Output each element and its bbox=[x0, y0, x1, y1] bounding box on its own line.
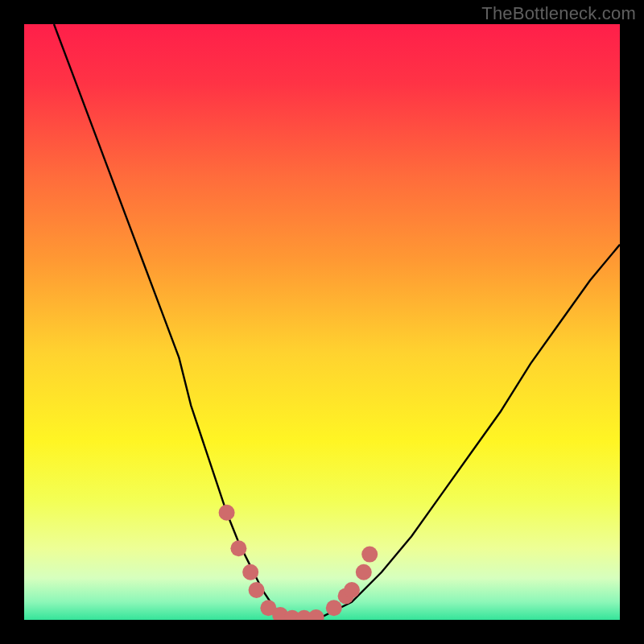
plot-background bbox=[24, 24, 620, 620]
curve-marker bbox=[242, 564, 258, 580]
curve-marker bbox=[249, 582, 265, 598]
curve-marker bbox=[356, 564, 372, 580]
curve-marker bbox=[361, 547, 378, 563]
chart-frame: TheBottleneck.com bbox=[0, 0, 644, 644]
curve-marker bbox=[230, 540, 246, 556]
curve-marker bbox=[219, 505, 235, 521]
curve-marker bbox=[344, 582, 360, 598]
curve-marker bbox=[326, 600, 342, 616]
watermark-text: TheBottleneck.com bbox=[481, 3, 636, 24]
bottleneck-chart bbox=[24, 24, 620, 620]
